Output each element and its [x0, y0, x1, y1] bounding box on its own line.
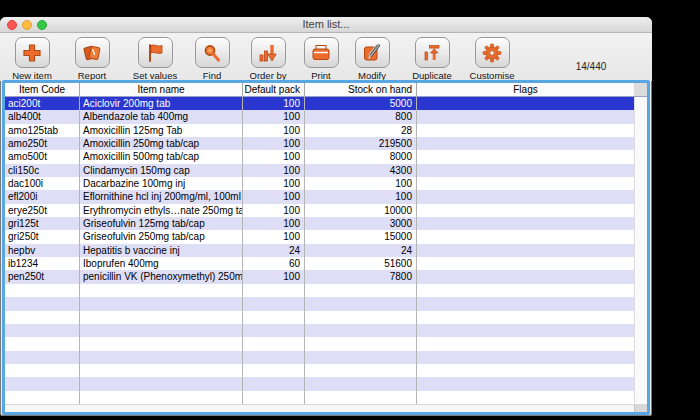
item-list-window: Item list... New item Report — [0, 17, 652, 416]
cell-name: Griseofulvin 250mg tab/cap — [80, 230, 243, 243]
cell-flags — [417, 204, 634, 217]
cell-pack: 100 — [243, 204, 305, 217]
empty-row[interactable] — [5, 311, 634, 324]
column-header-item-code[interactable]: Item Code — [5, 83, 80, 96]
table-row[interactable]: amo250tAmoxicillin 250mg tab/cap10021950… — [5, 137, 634, 150]
screen: { "window": { "title": "Item list...", "… — [0, 0, 700, 420]
table-header: Item Code Item name Default pack Stock o… — [5, 83, 647, 97]
vertical-scrollbar[interactable] — [634, 97, 647, 404]
set-values-button[interactable]: Set values — [124, 37, 186, 81]
cell-name — [80, 364, 243, 377]
cell-flags — [417, 270, 634, 283]
table-row[interactable]: dac100iDacarbazine 100mg inj100100 — [5, 177, 634, 190]
table-row[interactable]: ib1234Iboprufen 400mg6051600 — [5, 257, 634, 270]
cell-name: Hepatitis b vaccine inj — [80, 244, 243, 257]
table-row[interactable]: alb400tAlbendazole tab 400mg100800 — [5, 110, 634, 123]
cell-flags — [417, 284, 634, 297]
empty-row[interactable] — [5, 324, 634, 337]
zoom-button[interactable] — [37, 20, 47, 30]
cell-stock: 3000 — [305, 217, 417, 230]
window-title: Item list... — [302, 17, 349, 32]
cell-pack: 100 — [243, 230, 305, 243]
cell-code — [5, 284, 80, 297]
cell-code — [5, 391, 80, 404]
column-header-stock-on-hand[interactable]: Stock on hand — [305, 83, 417, 96]
cell-flags — [417, 244, 634, 257]
cell-pack: 24 — [243, 244, 305, 257]
cell-code: cli150c — [5, 164, 80, 177]
cell-code: ib1234 — [5, 257, 80, 270]
empty-row[interactable] — [5, 351, 634, 364]
print-button[interactable]: Print — [299, 37, 343, 81]
table-row[interactable]: pen250tpenicillin VK (Phenoxymethyl) 250… — [5, 270, 634, 283]
cell-stock — [305, 324, 417, 337]
empty-row[interactable] — [5, 297, 634, 310]
sort-arrow-icon — [251, 37, 286, 68]
toolbar: New item Report Set values — [0, 33, 652, 81]
cell-stock — [305, 377, 417, 390]
cell-flags — [417, 311, 634, 324]
cell-code: hepbv — [5, 244, 80, 257]
cell-pack: 100 — [243, 217, 305, 230]
cell-pack: 100 — [243, 110, 305, 123]
duplicate-button[interactable]: Duplicate — [404, 37, 460, 81]
cell-code: efl200i — [5, 190, 80, 203]
cell-stock — [305, 391, 417, 404]
cell-code: alb400t — [5, 110, 80, 123]
table-row[interactable]: amo500tAmoxicillin 500mg tab/cap1008000 — [5, 150, 634, 163]
cell-name: Clindamycin 150mg cap — [80, 164, 243, 177]
cell-name — [80, 351, 243, 364]
table-row[interactable]: hepbvHepatitis b vaccine inj2424 — [5, 244, 634, 257]
table-row[interactable]: gri250tGriseofulvin 250mg tab/cap1001500… — [5, 230, 634, 243]
close-button[interactable] — [7, 20, 17, 30]
minimize-button[interactable] — [22, 20, 32, 30]
modify-button[interactable]: Modify — [349, 37, 395, 81]
cell-stock: 7800 — [305, 270, 417, 283]
cell-pack — [243, 337, 305, 350]
cell-flags — [417, 230, 634, 243]
empty-row[interactable] — [5, 377, 634, 390]
column-header-default-pack[interactable]: Default pack — [243, 83, 305, 96]
table-row[interactable]: cli150cClindamycin 150mg cap1004300 — [5, 164, 634, 177]
cell-code: amo250t — [5, 137, 80, 150]
cell-stock — [305, 284, 417, 297]
cell-name: Aciclovir 200mg tab — [80, 97, 243, 110]
table-row[interactable]: aci200tAciclovir 200mg tab1005000 — [5, 97, 634, 110]
column-header-flags[interactable]: Flags — [417, 83, 634, 96]
empty-row[interactable] — [5, 284, 634, 297]
cell-name: Amoxicillin 250mg tab/cap — [80, 137, 243, 150]
report-button[interactable]: Report — [66, 37, 118, 81]
cell-code: erye250t — [5, 204, 80, 217]
column-header-item-name[interactable]: Item name — [80, 83, 243, 96]
empty-row[interactable] — [5, 391, 634, 404]
order-by-button[interactable]: Order by — [242, 37, 294, 81]
cell-name: Griseofulvin 125mg tab/cap — [80, 217, 243, 230]
title-bar[interactable]: Item list... — [0, 17, 652, 33]
customise-button[interactable]: Customise — [464, 37, 520, 81]
cell-pack: 100 — [243, 164, 305, 177]
cell-name: Albendazole tab 400mg — [80, 110, 243, 123]
magnifier-icon — [195, 37, 230, 68]
cell-name — [80, 311, 243, 324]
cell-stock: 8000 — [305, 150, 417, 163]
record-count: 14/440 — [558, 61, 624, 72]
cell-flags — [417, 137, 634, 150]
new-item-button[interactable]: New item — [6, 37, 58, 81]
cell-pack — [243, 391, 305, 404]
horizontal-scrollbar[interactable] — [5, 404, 647, 412]
cell-code: dac100i — [5, 177, 80, 190]
empty-row[interactable] — [5, 337, 634, 350]
cell-pack: 100 — [243, 177, 305, 190]
cell-code — [5, 377, 80, 390]
cell-stock — [305, 364, 417, 377]
cell-flags — [417, 297, 634, 310]
table-row[interactable]: amo125tabAmoxicillin 125mg Tab10028 — [5, 124, 634, 137]
cell-code: aci200t — [5, 97, 80, 110]
table-row[interactable]: gri125tGriseofulvin 125mg tab/cap1003000 — [5, 217, 634, 230]
find-button[interactable]: Find — [190, 37, 234, 81]
empty-row[interactable] — [5, 364, 634, 377]
cell-code: amo125tab — [5, 124, 80, 137]
table-row[interactable]: erye250tErythromycin ethyls…nate 250mg t… — [5, 204, 634, 217]
table-row[interactable]: efl200iEflornithine hcl inj 200mg/ml, 10… — [5, 190, 634, 203]
cell-pack: 100 — [243, 137, 305, 150]
